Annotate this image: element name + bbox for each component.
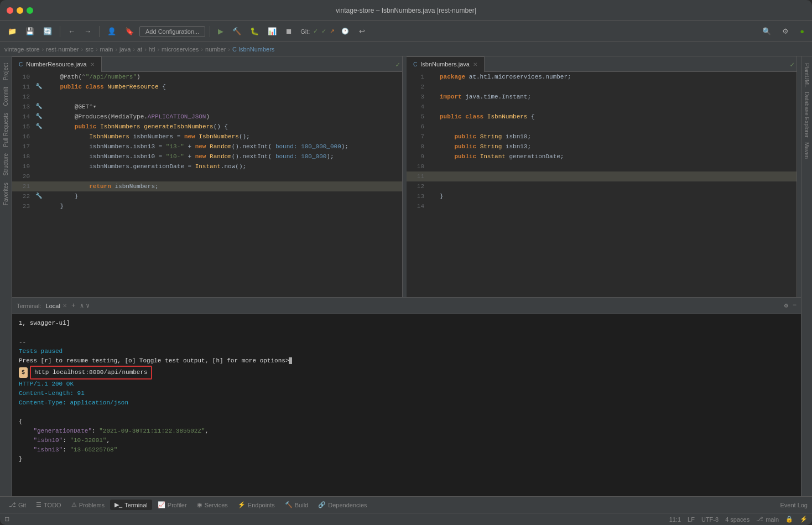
build-button[interactable]: 🔨 — [229, 25, 244, 38]
forward-button[interactable]: → — [81, 25, 95, 38]
build-small-icon: 🔨 — [285, 501, 293, 508]
tab-number-resource-label: NumberResource.java — [26, 61, 86, 67]
tab-isbn-numbers-close[interactable]: ✕ — [473, 61, 477, 67]
toolbar-endpoints-button[interactable]: ⚡ Endpoints — [233, 500, 279, 510]
sidebar-commit[interactable]: Commit — [2, 85, 10, 108]
toolbar-services-button[interactable]: ◉ Services — [192, 500, 232, 510]
left-scrollbar[interactable] — [402, 56, 407, 297]
cursor — [289, 357, 292, 364]
search-button[interactable]: 🔍 — [759, 25, 774, 38]
event-log-button[interactable]: Event Log — [780, 502, 808, 508]
breadcrumb-main[interactable]: main — [100, 46, 113, 53]
sidebar-maven[interactable]: Maven — [803, 140, 811, 161]
code-line-highlighted: 11 — [407, 171, 797, 181]
minimize-button[interactable] — [17, 7, 23, 14]
breadcrumb-rest-number[interactable]: rest-number — [46, 46, 79, 53]
code-line: 18 isbnNumbers.isbn10 = "10-" + new Rand… — [12, 152, 402, 162]
breadcrumb-htl[interactable]: htl — [149, 46, 155, 53]
stop-button[interactable]: ⏹ — [282, 25, 296, 38]
right-editor-scroll[interactable]: 1 package at.htl.microservices.number; 2… — [407, 72, 797, 297]
toolbar-problems-button[interactable]: ⚠ Problems — [67, 500, 109, 510]
breadcrumb-at[interactable]: at — [137, 46, 142, 53]
save-icon[interactable]: 💾 — [22, 25, 38, 38]
tab-isbn-numbers[interactable]: C IsbnNumbers.java ✕ — [407, 56, 485, 72]
code-line: 13 } — [407, 191, 797, 201]
breadcrumb-vintage-store[interactable]: vintage-store — [4, 46, 40, 53]
git-revert[interactable]: ↩ — [356, 25, 368, 38]
line-ending[interactable]: LF — [688, 516, 695, 523]
git-history[interactable]: 🕐 — [338, 25, 352, 37]
vcs-icon[interactable]: 👤 — [104, 25, 119, 38]
terminal-container: Terminal: Local ✕ + ∧ ∨ ⚙ − 1, swagger-u… — [12, 297, 801, 496]
breadcrumb-file[interactable]: C IsbnNumbers — [232, 46, 274, 53]
back-button[interactable]: ← — [65, 25, 79, 38]
code-line: 5 public class IsbnNumbers { — [407, 112, 797, 122]
folder-icon[interactable]: 📁 — [4, 25, 20, 38]
maximize-button[interactable] — [27, 7, 33, 14]
cursor-position[interactable]: 11:1 — [669, 516, 681, 523]
toolbar-endpoints-label: Endpoints — [248, 502, 275, 508]
code-line-highlighted: 21 return isbnNumbers; — [12, 181, 402, 191]
coverage-button[interactable]: 📊 — [264, 25, 280, 38]
memory-icon[interactable]: ⚡ — [800, 516, 808, 523]
dependencies-icon: 🔗 — [318, 501, 326, 508]
sidebar-favorites[interactable]: Favorites — [2, 180, 10, 207]
code-line: 6 — [407, 122, 797, 132]
terminal-minimize-icon[interactable]: − — [793, 302, 797, 310]
toolbar-terminal-button[interactable]: ▶_ Terminal — [110, 500, 152, 510]
list-icon: ☰ — [36, 501, 41, 508]
code-line: 9 public Instant generationDate; — [407, 152, 797, 162]
expand-icon[interactable]: ⊡ — [4, 516, 9, 523]
terminal-content[interactable]: 1, swagger-ui] -- Tests paused Press [r]… — [12, 314, 801, 496]
breadcrumb-microservices[interactable]: microservices — [162, 46, 199, 53]
arrow-up-icon[interactable]: ∧ — [80, 302, 84, 309]
sidebar-plantuml[interactable]: PlantUML — [803, 61, 811, 90]
window-title: vintage-store – IsbnNumbers.java [rest-n… — [336, 7, 476, 14]
terminal-line: "isbn10": "10-32001", — [19, 436, 794, 445]
tab-number-resource[interactable]: C NumberResource.java ✕ — [12, 56, 102, 72]
git-label: Git: — [300, 28, 310, 35]
run-button[interactable]: ▶ — [215, 25, 227, 38]
code-line: 10 @Path(⌃"/api/numbers") — [12, 72, 402, 82]
terminal-arrows[interactable]: ∧ ∨ — [80, 302, 90, 309]
tab-isbn-numbers-label: IsbnNumbers.java — [420, 61, 470, 67]
right-pane-check: ✓ — [790, 60, 794, 69]
toolbar-todo-button[interactable]: ☰ TODO — [32, 500, 66, 510]
sidebar-pull-requests[interactable]: Pull Requests — [2, 111, 10, 149]
debug-button[interactable]: 🐛 — [247, 25, 262, 38]
window-controls[interactable] — [7, 7, 33, 14]
breadcrumb-number[interactable]: number — [205, 46, 226, 53]
breadcrumb-src[interactable]: src — [85, 46, 93, 53]
close-button[interactable] — [7, 7, 13, 14]
toolbar-profiler-button[interactable]: 📈 Profiler — [153, 500, 191, 510]
right-scrollbar[interactable] — [797, 56, 801, 297]
terminal-line: Content-Length: 91 — [19, 389, 794, 398]
terminal-add-button[interactable]: + — [71, 302, 76, 310]
settings-button[interactable]: ⚙ — [779, 25, 792, 38]
vcs-branch[interactable]: ⎇ main — [756, 516, 779, 523]
toolbar-build-button[interactable]: 🔨 Build — [280, 500, 313, 510]
separator — [60, 26, 60, 37]
sidebar-project[interactable]: Project — [2, 61, 10, 82]
toolbar-git-button[interactable]: ⎇ Git — [4, 500, 30, 510]
indent[interactable]: 4 spaces — [725, 516, 749, 523]
breadcrumb: vintage-store › rest-number › src › main… — [0, 42, 812, 56]
toolbar-dependencies-button[interactable]: 🔗 Dependencies — [314, 500, 371, 510]
tab-number-resource-close[interactable]: ✕ — [90, 61, 95, 67]
breadcrumb-java[interactable]: java — [119, 46, 131, 53]
sidebar-database-explorer[interactable]: Database Explorer — [803, 90, 811, 140]
arrow-down-icon[interactable]: ∨ — [86, 302, 90, 309]
refresh-icon[interactable]: 🔄 — [40, 25, 55, 38]
terminal-line: { — [19, 417, 794, 427]
terminal-tab-local[interactable]: Local ✕ — [46, 303, 67, 309]
git-arrow: ↗ — [330, 28, 335, 35]
terminal-tab-local-close[interactable]: ✕ — [63, 303, 67, 309]
add-configuration-button[interactable]: Add Configuration... — [139, 26, 205, 37]
left-editor-scroll[interactable]: 10 @Path(⌃"/api/numbers") 11 🔧 public cl… — [12, 72, 402, 297]
code-line: 14 🔧 @Produces(MediaType.APPLICATION_JSO… — [12, 112, 402, 122]
plugin-button[interactable]: ● — [797, 25, 808, 38]
terminal-settings-icon[interactable]: ⚙ — [784, 302, 788, 310]
encoding[interactable]: UTF-8 — [701, 516, 719, 523]
sidebar-structure[interactable]: Structure — [2, 151, 10, 178]
bookmark-icon[interactable]: 🔖 — [122, 25, 137, 38]
